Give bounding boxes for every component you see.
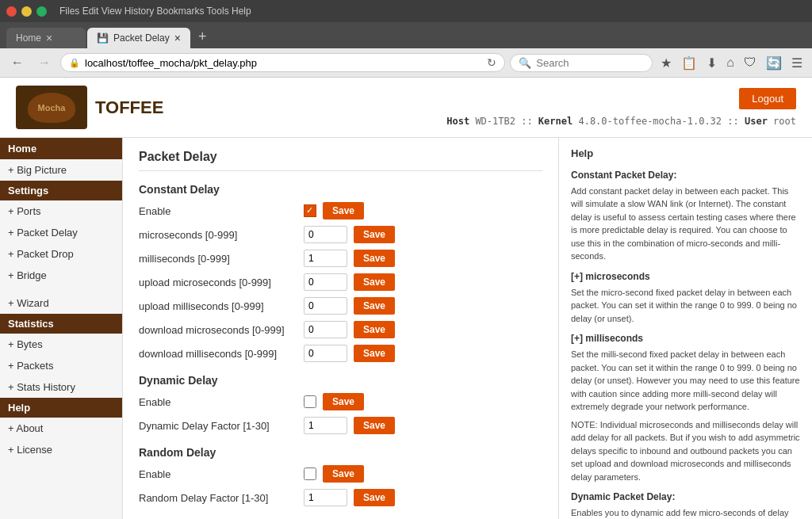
sidebar-item-bridge[interactable]: + Bridge: [0, 265, 122, 286]
dynamic-factor-row: Dynamic Delay Factor [1-30] Save: [139, 417, 542, 434]
download-microseconds-label: download microseconds [0-999]: [139, 324, 297, 336]
help-panel: Help Constant Packet Delay: Add constant…: [558, 138, 812, 519]
dynamic-delay-title: Dynamic Delay: [139, 374, 542, 387]
bookmark-icon[interactable]: ★: [657, 54, 675, 72]
sidebar-item-license[interactable]: + License: [0, 439, 122, 460]
random-factor-input[interactable]: [304, 489, 347, 506]
menu-icon[interactable]: ☰: [788, 54, 806, 72]
dynamic-factor-input[interactable]: [304, 417, 347, 434]
microseconds-save[interactable]: Save: [354, 226, 395, 243]
tab-home-close[interactable]: ×: [46, 32, 52, 44]
download-microseconds-input[interactable]: [304, 321, 347, 338]
dynamic-enable-checkbox[interactable]: [304, 395, 316, 408]
back-button[interactable]: ←: [6, 54, 29, 71]
tab-home[interactable]: Home ×: [6, 28, 86, 48]
constant-enable-row: Enable Save: [139, 202, 542, 219]
milliseconds-save[interactable]: Save: [354, 250, 395, 267]
close-button[interactable]: [6, 6, 17, 17]
sidebar-item-about[interactable]: + About: [0, 418, 122, 439]
reader-icon[interactable]: 📋: [678, 54, 700, 72]
sidebar-section-statistics: Statistics: [0, 314, 122, 334]
dynamic-factor-save[interactable]: Save: [354, 417, 395, 434]
sidebar-item-wizard[interactable]: + Wizard: [0, 292, 122, 314]
minimize-button[interactable]: [21, 6, 32, 17]
milliseconds-input[interactable]: [304, 250, 347, 267]
upload-milliseconds-label: upload milliseconds [0-999]: [139, 300, 297, 312]
tab-packet-delay[interactable]: 💾 Packet Delay ×: [87, 28, 190, 48]
tab-packet-delay-label: Packet Delay: [113, 32, 170, 44]
shield-icon[interactable]: 🛡: [741, 54, 760, 71]
dynamic-enable-save[interactable]: Save: [323, 393, 364, 410]
sidebar-item-packet-drop[interactable]: + Packet Drop: [0, 243, 122, 265]
download-milliseconds-input[interactable]: [304, 345, 347, 362]
browser-chrome: Files Edit View History Bookmarks Tools …: [0, 0, 812, 78]
host-info: Host WD-1TB2 :: Kernel 4.8.0-toffee-moch…: [446, 116, 796, 127]
help-milliseconds-text: Set the milli-second fixed packet delay …: [571, 348, 800, 414]
sidebar: Home + Big Picture Settings + Ports + Pa…: [0, 138, 123, 519]
url-input[interactable]: [85, 57, 482, 69]
sync-icon[interactable]: 🔄: [763, 54, 785, 72]
title-bar: Files Edit View History Bookmarks Tools …: [0, 0, 812, 22]
sidebar-item-packets[interactable]: + Packets: [0, 355, 122, 376]
upload-milliseconds-input[interactable]: [304, 297, 347, 315]
sidebar-item-home[interactable]: Home: [0, 138, 122, 159]
search-icon: 🔍: [519, 57, 531, 69]
sidebar-item-big-picture[interactable]: + Big Picture: [0, 159, 122, 181]
site-title: TOFFEE: [95, 97, 163, 118]
main-layout: Home + Big Picture Settings + Ports + Pa…: [0, 138, 812, 519]
constant-enable-save[interactable]: Save: [323, 202, 364, 219]
add-tab-button[interactable]: +: [192, 25, 213, 48]
help-constant-title: Constant Packet Delay:: [571, 168, 800, 182]
upload-microseconds-input[interactable]: [304, 273, 347, 291]
dynamic-factor-label: Dynamic Delay Factor [1-30]: [139, 420, 297, 432]
download-icon[interactable]: ⬇: [703, 54, 720, 72]
random-factor-label: Random Delay Factor [1-30]: [139, 492, 297, 504]
constant-enable-checkbox[interactable]: [304, 204, 316, 217]
upload-milliseconds-save[interactable]: Save: [354, 297, 395, 315]
page-title: Packet Delay: [139, 150, 542, 171]
address-bar: ← → 🔒 ↻ 🔍 ★ 📋 ⬇ ⌂ 🛡 🔄 ☰: [0, 48, 812, 78]
random-enable-checkbox[interactable]: [304, 467, 316, 480]
help-dynamic-title: Dynamic Packet Delay:: [571, 490, 800, 504]
download-microseconds-save[interactable]: Save: [354, 321, 395, 338]
help-title: Help: [571, 146, 800, 162]
forward-button[interactable]: →: [33, 54, 56, 71]
lock-icon: 🔒: [69, 58, 80, 68]
sidebar-item-ports[interactable]: + Ports: [0, 200, 122, 222]
search-input[interactable]: [536, 57, 644, 69]
refresh-icon[interactable]: ↻: [487, 56, 496, 69]
sidebar-item-packet-delay[interactable]: + Packet Delay: [0, 222, 122, 243]
download-milliseconds-label: download milliseconds [0-999]: [139, 348, 297, 360]
download-milliseconds-save[interactable]: Save: [354, 345, 395, 362]
help-microseconds-text: Set the micro-second fixed packet delay …: [571, 286, 800, 326]
header-right: Logout Host WD-1TB2 :: Kernel 4.8.0-toff…: [446, 88, 796, 127]
help-microseconds-title: [+] microseconds: [571, 269, 800, 284]
random-factor-save[interactable]: Save: [354, 489, 395, 506]
tabs-bar: Home × 💾 Packet Delay × +: [0, 22, 812, 48]
upload-microseconds-save[interactable]: Save: [354, 273, 395, 291]
sidebar-item-stats-history[interactable]: + Stats History: [0, 376, 122, 398]
sidebar-item-bytes[interactable]: + Bytes: [0, 334, 122, 355]
search-box: 🔍: [510, 54, 653, 72]
help-dynamic-text: Enables you to dynamic add few micro-sec…: [571, 506, 800, 519]
upload-milliseconds-row: upload milliseconds [0-999] Save: [139, 297, 542, 315]
maximize-button[interactable]: [36, 6, 47, 17]
microseconds-row: microseconds [0-999] Save: [139, 226, 542, 243]
microseconds-input[interactable]: [304, 226, 347, 243]
logo-mocha-text: Mocha: [38, 103, 66, 113]
logout-button[interactable]: Logout: [739, 88, 796, 109]
constant-enable-label: Enable: [139, 205, 297, 217]
title-bar-text: Files Edit View History Bookmarks Tools …: [59, 6, 251, 17]
random-enable-save[interactable]: Save: [323, 465, 364, 483]
site-header: Mocha TOFFEE Logout Host WD-1TB2 :: Kern…: [0, 78, 812, 138]
home-icon[interactable]: ⌂: [723, 54, 737, 71]
milliseconds-row: milliseconds [0-999] Save: [139, 250, 542, 267]
random-enable-label: Enable: [139, 468, 297, 480]
logo-image: Mocha: [16, 86, 87, 129]
tab-packet-delay-close[interactable]: ×: [174, 32, 181, 44]
sidebar-section-help: Help: [0, 398, 122, 418]
help-note-text: NOTE: Individual microseconds and millis…: [571, 418, 800, 484]
random-enable-row: Enable Save: [139, 465, 542, 483]
page-wrapper: Mocha TOFFEE Logout Host WD-1TB2 :: Kern…: [0, 78, 812, 519]
upload-microseconds-label: upload microseconds [0-999]: [139, 277, 297, 288]
